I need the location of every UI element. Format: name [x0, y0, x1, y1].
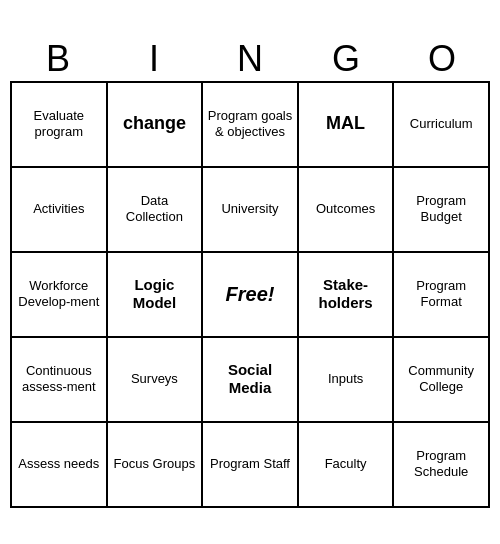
cell-1-1: Data Collection — [108, 168, 204, 253]
cell-4-2: Program Staff — [203, 423, 299, 508]
cell-2-4: Program Format — [394, 253, 490, 338]
bingo-header: B I N G O — [10, 37, 490, 81]
cell-2-3: Stake-holders — [299, 253, 395, 338]
cell-1-0: Activities — [12, 168, 108, 253]
header-o: O — [394, 37, 490, 81]
cell-4-3: Faculty — [299, 423, 395, 508]
bingo-grid: Evaluate program change Program goals & … — [10, 81, 490, 508]
cell-1-4: Program Budget — [394, 168, 490, 253]
cell-3-0: Continuous assess-ment — [12, 338, 108, 423]
cell-4-0: Assess needs — [12, 423, 108, 508]
cell-3-3: Inputs — [299, 338, 395, 423]
header-b: B — [10, 37, 106, 81]
cell-3-2: Social Media — [203, 338, 299, 423]
header-g: G — [298, 37, 394, 81]
header-n: N — [202, 37, 298, 81]
cell-2-1: Logic Model — [108, 253, 204, 338]
cell-3-1: Surveys — [108, 338, 204, 423]
cell-2-0: Workforce Develop-ment — [12, 253, 108, 338]
cell-0-2: Program goals & objectives — [203, 83, 299, 168]
bingo-card: B I N G O Evaluate program change Progra… — [10, 37, 490, 508]
cell-1-3: Outcomes — [299, 168, 395, 253]
cell-2-2-free: Free! — [203, 253, 299, 338]
cell-4-1: Focus Groups — [108, 423, 204, 508]
cell-4-4: Program Schedule — [394, 423, 490, 508]
cell-0-3: MAL — [299, 83, 395, 168]
cell-0-0: Evaluate program — [12, 83, 108, 168]
cell-0-1: change — [108, 83, 204, 168]
cell-0-4: Curriculum — [394, 83, 490, 168]
cell-1-2: University — [203, 168, 299, 253]
header-i: I — [106, 37, 202, 81]
cell-3-4: Community College — [394, 338, 490, 423]
